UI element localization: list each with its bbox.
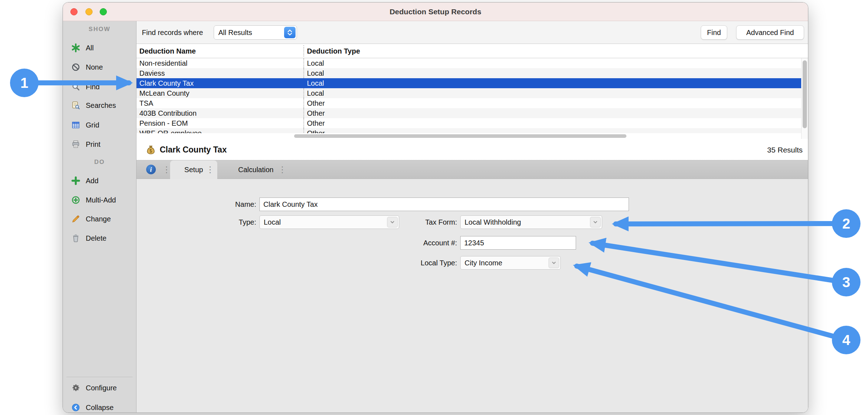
sidebar-section-show: SHOW xyxy=(63,24,136,35)
annotation-badge-4: 4 xyxy=(832,326,860,354)
tax-form-label: Tax Form: xyxy=(384,215,457,229)
circle-plus-icon xyxy=(71,195,81,205)
results-count: 35 Results xyxy=(767,146,803,154)
record-title: Clark County Tax xyxy=(160,145,227,155)
cell-deduction-name: Daviess xyxy=(137,68,303,78)
annotation-badge-1: 1 xyxy=(10,69,39,97)
table-row[interactable]: Pension - EOM Other xyxy=(137,118,801,128)
tab-grip-icon xyxy=(278,160,287,179)
tax-form-dropdown[interactable]: Local Withholding xyxy=(460,215,602,229)
find-button[interactable]: Find xyxy=(701,25,727,40)
cell-deduction-type: Local xyxy=(303,88,801,98)
account-number-field[interactable]: 12345 xyxy=(460,236,576,250)
gear-icon xyxy=(71,383,81,393)
tab-grip-icon xyxy=(206,160,214,179)
grid-icon xyxy=(71,120,81,130)
table-row[interactable]: Daviess Local xyxy=(137,68,801,78)
cell-deduction-name: Pension - EOM xyxy=(137,118,303,128)
sidebar-item-label: None xyxy=(86,61,103,73)
magnifier-icon xyxy=(71,82,81,92)
collapse-icon xyxy=(71,402,81,412)
find-bar: Find records where All Results Find Adva… xyxy=(137,21,808,44)
title-bar: Deduction Setup Records xyxy=(63,2,808,21)
sidebar-item-label: Multi-Add xyxy=(86,194,116,206)
sidebar-item-label: Searches xyxy=(86,99,116,111)
sidebar-item-grid[interactable]: Grid xyxy=(63,119,136,131)
sidebar-item-label: Print xyxy=(86,138,100,150)
saved-search-icon xyxy=(71,100,81,110)
cell-deduction-type: Local xyxy=(303,58,801,68)
sidebar-divider xyxy=(66,377,133,377)
sidebar-item-none[interactable]: None xyxy=(63,61,136,73)
tab-grip-icon xyxy=(162,160,171,179)
plus-icon xyxy=(71,176,81,186)
cell-deduction-type: Other xyxy=(303,98,801,108)
sidebar-item-multi-add[interactable]: Multi-Add xyxy=(63,194,136,206)
chevron-down-icon[interactable] xyxy=(590,217,601,228)
tax-form-value: Local Withholding xyxy=(465,216,521,229)
sidebar-item-delete[interactable]: Delete xyxy=(63,232,136,244)
find-records-label: Find records where xyxy=(142,21,203,44)
name-field[interactable]: Clark County Tax xyxy=(259,198,629,211)
sidebar-item-change[interactable]: Change xyxy=(63,213,136,225)
type-value: Local xyxy=(264,216,281,229)
trash-icon xyxy=(71,233,81,243)
type-dropdown[interactable]: Local xyxy=(259,215,399,229)
column-header-deduction-type[interactable]: Deduction Type xyxy=(307,44,360,58)
vertical-scrollbar-thumb[interactable] xyxy=(803,60,807,128)
table-row-selected[interactable]: Clark County Tax Local xyxy=(137,78,801,88)
column-divider: Deduction Type xyxy=(303,45,808,56)
info-icon[interactable]: i xyxy=(146,165,156,174)
cell-deduction-name: 403B Contribution xyxy=(137,108,303,118)
horizontal-scrollbar[interactable] xyxy=(137,133,801,139)
sidebar-item-all[interactable]: All xyxy=(63,42,136,54)
table-row[interactable]: 403B Contribution Other xyxy=(137,108,801,118)
cell-deduction-type: Other xyxy=(303,118,801,128)
table-row[interactable]: McLean County Local xyxy=(137,88,801,98)
chevron-down-icon[interactable] xyxy=(549,258,559,268)
slashed-circle-icon xyxy=(71,62,81,72)
sidebar: SHOW All None Find Searches Grid Print D… xyxy=(63,21,137,412)
vertical-scrollbar[interactable] xyxy=(801,58,808,139)
sidebar-item-add[interactable]: Add xyxy=(63,175,136,187)
records-table: Deduction Name Deduction Type Non-reside… xyxy=(137,44,808,140)
sidebar-item-searches[interactable]: Searches xyxy=(63,99,136,111)
tab-bar: i Setup Calculation xyxy=(137,160,808,179)
type-label: Type: xyxy=(149,215,256,229)
annotation-badge-2: 2 xyxy=(832,209,860,238)
cell-deduction-type: Other xyxy=(303,108,801,118)
column-header-deduction-name[interactable]: Deduction Name xyxy=(139,44,196,58)
sidebar-item-label: Grid xyxy=(86,119,99,131)
local-type-value: City Income xyxy=(465,256,502,269)
cell-deduction-name: Non-residential xyxy=(137,58,303,68)
window-title: Deduction Setup Records xyxy=(63,2,808,21)
sidebar-item-print[interactable]: Print xyxy=(63,138,136,150)
sidebar-item-configure[interactable]: Configure xyxy=(63,382,136,394)
popup-chevrons-icon xyxy=(284,27,296,38)
sidebar-item-collapse[interactable]: Collapse xyxy=(63,401,136,413)
table-header: Deduction Name Deduction Type xyxy=(137,44,808,58)
table-row[interactable]: TSA Other xyxy=(137,98,801,108)
sidebar-item-label: Find xyxy=(86,81,100,93)
local-type-dropdown[interactable]: City Income xyxy=(460,256,561,270)
asterisk-icon xyxy=(71,43,81,53)
tab-calculation[interactable]: Calculation xyxy=(222,160,289,179)
cell-deduction-name: McLean County xyxy=(137,88,303,98)
cell-deduction-type: Local xyxy=(303,68,801,78)
app-window: Deduction Setup Records SHOW All None Fi… xyxy=(63,2,808,413)
results-filter-dropdown[interactable]: All Results xyxy=(214,25,297,40)
sidebar-item-find[interactable]: Find xyxy=(63,81,136,93)
table-row[interactable]: Non-residential Local xyxy=(137,58,801,68)
cell-deduction-name: TSA xyxy=(137,98,303,108)
account-number-label: Account #: xyxy=(384,236,457,250)
cell-deduction-name: Clark County Tax xyxy=(137,78,303,88)
advanced-find-button[interactable]: Advanced Find xyxy=(736,25,804,40)
sidebar-item-label: Delete xyxy=(86,232,106,244)
horizontal-scrollbar-thumb[interactable] xyxy=(294,134,626,138)
annotation-badge-3: 3 xyxy=(832,268,860,296)
sidebar-item-label: Configure xyxy=(86,382,117,394)
tab-setup[interactable]: Setup xyxy=(170,160,217,179)
printer-icon xyxy=(71,139,81,149)
setup-form: Name: Clark County Tax Type: Local Tax F… xyxy=(137,179,808,412)
pencil-icon xyxy=(71,214,81,224)
